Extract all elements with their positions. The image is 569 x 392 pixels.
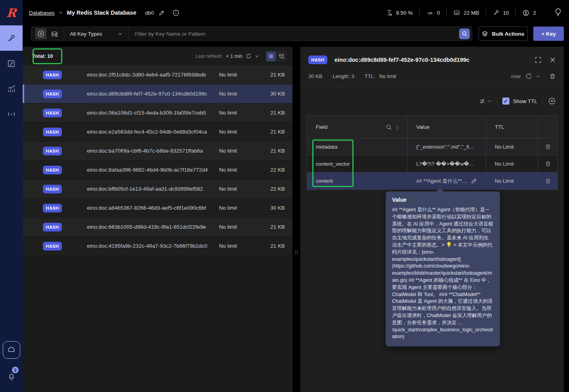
detail-header-icons bbox=[534, 56, 556, 63]
key-name: eino:doc:4195fa9b-232c-49a7-93c2-7b66f79… bbox=[87, 243, 219, 249]
key-name: eino:doc:06a106d1-cf15-4eda-b309-1fa05fe… bbox=[87, 110, 219, 116]
stat-commands-value: 0 bbox=[437, 10, 440, 16]
chevron-down-icon bbox=[118, 31, 123, 36]
key-type-badge: HASH bbox=[43, 90, 62, 98]
layers-icon bbox=[482, 31, 488, 37]
apply-filter-button[interactable] bbox=[459, 29, 470, 39]
detail-key-name[interactable]: eino:doc:d89c8d89-fef7-452e-97c0-134cdb0… bbox=[334, 57, 469, 63]
search-index-button[interactable] bbox=[49, 28, 60, 39]
key-list-row[interactable]: HASH eino:doc:a84b5367-8266-46d3-aef5-c6… bbox=[23, 199, 292, 218]
cloud-icon bbox=[7, 345, 16, 355]
field-row[interactable]: content_vector L?�?\? ��>��w�... No Limi… bbox=[307, 155, 557, 172]
filter-circle-icon bbox=[37, 30, 44, 37]
key-ttl: No limit bbox=[219, 167, 257, 173]
breadcrumb-databases-link[interactable]: Databases bbox=[29, 10, 55, 16]
sidebar-item-workbench[interactable] bbox=[0, 51, 23, 76]
field-row[interactable]: content ## **Agent 是什么** A... No Limit bbox=[307, 172, 557, 189]
add-key-button[interactable]: + Key bbox=[533, 27, 564, 41]
delete-field-icon[interactable] bbox=[545, 161, 551, 167]
field-name-cell[interactable]: metadata bbox=[307, 138, 408, 155]
sidebar-item-browser[interactable] bbox=[0, 25, 23, 51]
connected-clients-icon bbox=[523, 10, 529, 16]
key-list-row[interactable]: HASH eino:doc:bffb05cf-1e13-49af-aa31-dc… bbox=[23, 180, 292, 199]
value-tooltip: Value ## **Agent 是什么** Agent（智能代理）是一个能够感… bbox=[386, 191, 500, 346]
sidebar-item-pubsub[interactable] bbox=[0, 101, 23, 127]
key-browser-icon bbox=[7, 33, 16, 43]
panel-resizer[interactable]: || bbox=[292, 47, 300, 392]
field-ttl-cell[interactable]: No Limit bbox=[486, 155, 538, 172]
key-size: 30 KB bbox=[257, 91, 285, 97]
key-name: eino:doc:d89c8d89-fef7-452e-97c0-134cdb0… bbox=[87, 91, 219, 97]
key-list-row[interactable]: HASH eino:doc:8afaa396-9882-4bd4-9b0b-ac… bbox=[23, 161, 292, 180]
total-keys-label: Total: 10 bbox=[32, 53, 53, 59]
edit-value-icon[interactable] bbox=[471, 178, 477, 184]
field-actions-cell bbox=[538, 155, 557, 172]
ttl-column-header[interactable]: TTL bbox=[486, 116, 538, 138]
refresh-icon[interactable] bbox=[246, 53, 252, 59]
memory-icon bbox=[454, 10, 460, 16]
insights-lightbulb-icon[interactable] bbox=[554, 8, 562, 17]
field-value-cell[interactable]: L?�?\? ��>��w�... bbox=[408, 155, 486, 172]
redis-logo[interactable]: R bbox=[0, 0, 23, 25]
resize-handle-icon[interactable]: || bbox=[295, 249, 298, 255]
delete-field-icon[interactable] bbox=[545, 143, 551, 150]
field-column-header[interactable]: Field || bbox=[307, 116, 408, 138]
key-list-row[interactable]: HASH eino:doc:ba70f0fa-cbf6-4b7c-b8be-83… bbox=[23, 142, 292, 161]
key-type-select[interactable]: All Key Types bbox=[64, 27, 129, 40]
field-search-icon[interactable] bbox=[386, 124, 392, 130]
value-column-header[interactable]: Value bbox=[408, 116, 486, 138]
key-list-row[interactable]: HASH eino:doc:d89c8d89-fef7-452e-97c0-13… bbox=[23, 84, 292, 103]
key-ttl: No limit bbox=[219, 148, 257, 154]
key-list-row[interactable]: HASH eino:doc:e2a563dd-fec4-45c2-94db-0e… bbox=[23, 122, 292, 142]
field-value-cell[interactable]: ## **Agent 是什么** A... bbox=[408, 172, 486, 189]
delete-field-icon[interactable] bbox=[545, 178, 551, 184]
show-ttl-toggle[interactable]: ✓ Show TTL bbox=[502, 98, 537, 105]
field-value-cell[interactable]: {"_extension":".md","_fi... bbox=[408, 138, 486, 155]
view-toggle bbox=[265, 51, 287, 62]
key-type-badge: HASH bbox=[43, 185, 62, 193]
field-value-text: {"_extension":".md","_fi... bbox=[416, 144, 473, 150]
last-refresh-now: now bbox=[511, 73, 521, 79]
auto-refresh-chevron-icon[interactable] bbox=[255, 54, 259, 58]
add-field-icon[interactable] bbox=[548, 97, 556, 105]
key-ttl: No limit bbox=[219, 110, 257, 116]
key-filter-input[interactable] bbox=[129, 27, 459, 40]
key-list-row[interactable]: HASH eino:doc:06a106d1-cf15-4eda-b309-1f… bbox=[23, 103, 292, 122]
top-bar: R Databases > My Redis Stack Database db… bbox=[0, 0, 569, 25]
pubsub-icon bbox=[7, 109, 16, 119]
key-ttl: No limit bbox=[219, 243, 257, 249]
bulk-actions-button[interactable]: Bulk Actions bbox=[479, 27, 528, 41]
notifications-button[interactable]: 3 bbox=[0, 367, 23, 385]
detail-meta-actions: now bbox=[511, 73, 556, 80]
cloud-button[interactable] bbox=[3, 341, 20, 359]
key-ttl-label: TTL: bbox=[365, 73, 375, 79]
format-selector[interactable] bbox=[479, 98, 492, 105]
column-resize-handle[interactable]: || bbox=[396, 125, 398, 130]
list-view-button[interactable] bbox=[266, 52, 276, 61]
field-ttl-cell[interactable]: No Limit bbox=[486, 172, 538, 189]
field-header-label: Field bbox=[316, 124, 327, 130]
key-list-row[interactable]: HASH eino:doc:4195fa9b-232c-49a7-93c2-7b… bbox=[23, 237, 292, 256]
scan-filter-button[interactable] bbox=[35, 28, 46, 39]
auto-refresh-chevron-icon[interactable] bbox=[536, 74, 540, 78]
field-ttl-cell[interactable]: No Limit bbox=[486, 138, 538, 155]
key-list-row[interactable]: HASH eino:doc:663b1005-d98d-419c-9fa1-85… bbox=[23, 218, 292, 237]
refresh-key-icon[interactable] bbox=[525, 73, 532, 80]
key-name: eino:doc:e2a563dd-fec4-45c2-94db-0e88d3c… bbox=[87, 129, 219, 135]
field-row[interactable]: metadata {"_extension":".md","_fi... No … bbox=[307, 138, 557, 155]
field-actions-cell bbox=[538, 172, 557, 189]
close-icon[interactable] bbox=[550, 57, 556, 63]
tree-view-icon bbox=[279, 54, 284, 59]
tree-view-button[interactable] bbox=[277, 52, 286, 61]
show-ttl-checkbox[interactable]: ✓ bbox=[502, 98, 509, 105]
field-name-cell[interactable]: content_vector bbox=[307, 155, 408, 172]
field-name-cell[interactable]: content bbox=[307, 172, 408, 189]
delete-key-icon[interactable] bbox=[549, 73, 556, 80]
edit-alias-icon[interactable] bbox=[159, 10, 165, 16]
sidebar-item-analytics[interactable] bbox=[0, 76, 23, 101]
key-list-header: Total: 10 Last refresh: < 1 min bbox=[23, 47, 292, 65]
key-list-row[interactable]: HASH eino:doc:2f51c8dc-2d80-4eb4-aaf5-72… bbox=[23, 65, 292, 84]
db-info-icon[interactable] bbox=[173, 10, 179, 16]
fullscreen-icon[interactable] bbox=[534, 56, 542, 63]
key-ttl-value[interactable]: No limit bbox=[379, 73, 396, 79]
